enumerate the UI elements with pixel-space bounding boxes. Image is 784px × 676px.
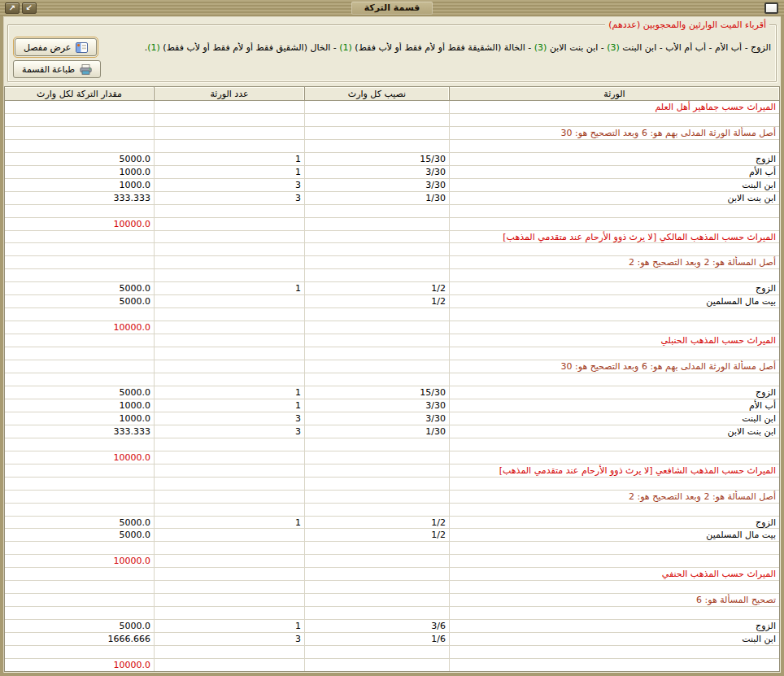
cell-share	[304, 218, 449, 230]
restore-window-button[interactable]: ↗	[5, 2, 20, 14]
table-row[interactable]: الزوج1/215000.0	[5, 517, 779, 530]
cell-amount: 10000.0	[5, 321, 154, 334]
cell-share	[304, 140, 449, 152]
table-row[interactable]: الميراث حسب المذهب الحنبلي	[5, 334, 779, 347]
detailed-view-button[interactable]: عرض مفصل	[15, 38, 97, 56]
table-row[interactable]	[5, 308, 779, 321]
table-row[interactable]: 10000.0	[5, 321, 779, 334]
table-row[interactable]	[5, 205, 779, 218]
table-row[interactable]	[5, 347, 779, 360]
table-row[interactable]: الزوج3/615000.0	[5, 620, 779, 633]
cell-count	[154, 659, 304, 671]
minimize-window-button[interactable]: ↙	[22, 2, 37, 14]
table-row[interactable]: الميراث حسب المذهب الحنفي	[5, 568, 779, 581]
table-row[interactable]	[5, 542, 779, 555]
table-row[interactable]	[5, 373, 779, 386]
cell-count	[154, 101, 304, 113]
table-row[interactable]: ابن البنت1/631666.666	[5, 633, 779, 646]
cell-share	[304, 373, 449, 386]
cell-count: 1	[154, 153, 304, 165]
cell-heir-name: الزوج	[449, 386, 779, 399]
table-row[interactable]: أصل المسألة هو: 2 وبعد التصحيح هو: 2	[5, 256, 779, 269]
cell-share	[304, 646, 449, 658]
cell-amount: 5000.0	[5, 620, 154, 632]
cell-amount	[5, 542, 154, 554]
cell-count	[154, 478, 304, 490]
table-row[interactable]: الميراث حسب المذهب المالكي [لا يرث ذوو ا…	[5, 231, 779, 244]
table-row[interactable]	[5, 140, 779, 153]
window-system-icon[interactable]	[764, 2, 778, 14]
cell-count	[154, 373, 304, 386]
cell-share: 1/2	[304, 295, 449, 307]
table-row[interactable]	[5, 607, 779, 620]
cell-count	[154, 542, 304, 554]
table-row[interactable]: 10000.0	[5, 659, 779, 671]
table-row[interactable]	[5, 114, 779, 127]
table-row[interactable]: ابن البنت3/3031000.0	[5, 179, 779, 192]
relatives-segment: (1)	[147, 42, 160, 53]
cell-heir-name: ابن البنت	[449, 412, 779, 425]
cell-count	[154, 321, 304, 334]
cell-count: 1	[154, 282, 304, 294]
cell-amount	[5, 256, 154, 268]
table-row[interactable]	[5, 646, 779, 659]
table-row[interactable]	[5, 478, 779, 491]
table-row[interactable]: أصل مسألة الورثة المدلى بهم هو: 6 وبعد ا…	[5, 360, 779, 373]
table-row[interactable]: بيت مال المسلمين1/25000.0	[5, 529, 779, 542]
cell-amount: 1000.0	[5, 399, 154, 412]
table-row[interactable]: ابن بنت الابن1/303333.333	[5, 192, 779, 205]
table-row[interactable]: ابن بنت الابن1/303333.333	[5, 425, 779, 438]
cell-amount	[5, 607, 154, 619]
cell-amount	[5, 373, 154, 386]
column-header-count: عدد الورثة	[154, 87, 304, 100]
cell-heir-name	[449, 347, 779, 360]
cell-share	[304, 659, 449, 671]
print-division-button[interactable]: طباعة القسمة	[13, 60, 101, 78]
table-row[interactable]: الزوج1/215000.0	[5, 282, 779, 295]
form-icon	[76, 42, 88, 53]
cell-amount: 10000.0	[5, 451, 154, 464]
table-row[interactable]: الزوج15/3015000.0	[5, 153, 779, 166]
table-row[interactable]: أب الأم3/3011000.0	[5, 166, 779, 179]
cell-share: 1/2	[304, 282, 449, 294]
table-row[interactable]: أب الأم3/3011000.0	[5, 399, 779, 412]
cell-count	[154, 218, 304, 230]
cell-heir-name: أصل مسألة الورثة المدلى بهم هو: 6 وبعد ا…	[449, 127, 779, 139]
cell-amount	[5, 269, 154, 281]
cell-amount: 1000.0	[5, 412, 154, 425]
cell-heir-name	[449, 646, 779, 658]
cell-amount	[5, 581, 154, 593]
print-division-button-label: طباعة القسمة	[22, 64, 75, 75]
cell-heir-name: أصل مسألة الورثة المدلى بهم هو: 6 وبعد ا…	[449, 360, 779, 373]
cell-share: 3/30	[304, 166, 449, 178]
table-row[interactable]	[5, 581, 779, 594]
table-row[interactable]: الميراث حسب المذهب الشافعي [لا يرث ذوو ا…	[5, 464, 779, 478]
cell-share: 15/30	[304, 386, 449, 399]
relatives-segment: - ابن بنت الابن	[547, 42, 607, 53]
table-row[interactable]: 10000.0	[5, 451, 779, 464]
table-row[interactable]: الزوج15/3015000.0	[5, 386, 779, 399]
table-row[interactable]: ابن البنت3/3031000.0	[5, 412, 779, 425]
table-row[interactable]	[5, 243, 779, 256]
table-row[interactable]: أصل مسألة الورثة المدلى بهم هو: 6 وبعد ا…	[5, 127, 779, 140]
cell-amount: 10000.0	[5, 218, 154, 230]
cell-heir-name: ابن بنت الابن	[449, 192, 779, 204]
table-row[interactable]: 10000.0	[5, 218, 779, 231]
titlebar-left-buttons: ↗ ↙	[5, 2, 37, 14]
table-row[interactable]	[5, 504, 779, 517]
table-row[interactable]: 10000.0	[5, 555, 779, 568]
table-row[interactable]	[5, 269, 779, 282]
cell-share	[304, 360, 449, 373]
grid-body: الميراث حسب جماهير أهل العلمأصل مسألة ال…	[5, 101, 779, 671]
cell-amount	[5, 464, 154, 477]
table-row[interactable]: بيت مال المسلمين1/25000.0	[5, 295, 779, 308]
cell-share	[304, 243, 449, 255]
cell-share	[304, 438, 449, 451]
cell-share	[304, 334, 449, 347]
table-row[interactable]: تصحيح المسألة هو: 6	[5, 594, 779, 607]
cell-heir-name: الزوج	[449, 517, 779, 529]
cell-share	[304, 205, 449, 217]
table-row[interactable]: أصل المسألة هو: 2 وبعد التصحيح هو: 2	[5, 491, 779, 504]
table-row[interactable]: الميراث حسب جماهير أهل العلم	[5, 101, 779, 114]
table-row[interactable]	[5, 438, 779, 451]
